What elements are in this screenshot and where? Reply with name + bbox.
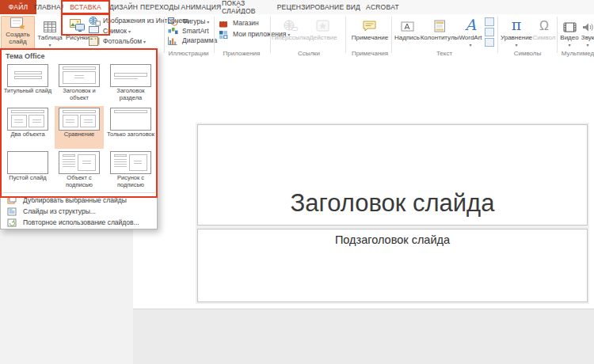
group-label-illustrations: Иллюстрации [165, 50, 212, 57]
dropdown-arrow-icon: ▾ [501, 42, 532, 49]
tab-review[interactable]: РЕЦЕНЗИРОВАНИЕ [279, 0, 342, 14]
group-label-comments: Примечания [347, 50, 393, 57]
table-label: Таблица [37, 34, 62, 41]
hyperlink-label: Гиперссылка [272, 34, 310, 41]
group-label-text: Текст [393, 50, 496, 57]
screenshot-button[interactable]: Снимок ▾ [89, 26, 131, 36]
slide-subtitle-text: Подзаголовок слайда [335, 229, 450, 246]
action-label: Действие [309, 34, 337, 41]
wordart-button[interactable]: A WordArt▾ [458, 16, 483, 49]
group-label-apps: Приложения [215, 50, 268, 57]
object-icon[interactable] [485, 38, 494, 47]
group-divider [391, 17, 392, 53]
group-divider [270, 17, 271, 53]
layout-title-and-content[interactable]: Заголовок и объект [55, 63, 104, 105]
smartart-button[interactable]: SmartArt [168, 26, 209, 36]
table-icon [44, 16, 56, 32]
layout-blank[interactable]: Пустой слайд [3, 150, 52, 192]
ribbon-tab-bar: ФАЙЛ ГЛАВНАЯ ВСТАВКА ДИЗАЙН ПЕРЕХОДЫ АНИ… [0, 0, 594, 14]
dropdown-arrow-icon: ▾ [207, 19, 209, 25]
pictures-button[interactable]: Рисунки [65, 16, 90, 49]
gallery-theme-header: Тема Office [6, 52, 45, 60]
tab-transitions[interactable]: ПЕРЕХОДЫ [139, 0, 181, 14]
shapes-button[interactable]: Фигуры ▾ [168, 17, 209, 26]
date-time-icon[interactable] [485, 17, 494, 26]
layout-picture-with-caption[interactable]: Рисунок с подписью [106, 150, 155, 192]
photo-album-button[interactable]: Фотоальбом ▾ [89, 36, 146, 46]
layout-thumbnail [7, 64, 48, 87]
dropdown-arrow-icon: ▾ [37, 42, 62, 49]
new-slide-gallery-dropdown: Тема Office Титульный слайд Заголовок и … [0, 49, 158, 229]
audio-button[interactable]: Звук▾ [579, 16, 594, 49]
header-footer-icon [434, 16, 446, 32]
text-extra-buttons [485, 17, 494, 47]
online-pictures-icon [89, 16, 101, 26]
header-footer-button[interactable]: Колонтитулы [421, 16, 458, 49]
video-button[interactable]: Видео▾ [560, 16, 579, 49]
comment-button[interactable]: Примечание [350, 16, 390, 49]
layout-two-content[interactable]: Два объекта [3, 106, 52, 149]
tab-insert[interactable]: ВСТАВКА [63, 0, 108, 14]
photo-album-label: Фотоальбом [103, 37, 142, 45]
my-apps-icon [219, 30, 230, 39]
menu-item-reuse-slides[interactable]: Повторное использование слайдов... [1, 217, 157, 228]
symbol-button[interactable]: Ω Символ [532, 16, 556, 49]
layout-section-header[interactable]: Заголовок раздела [106, 63, 155, 105]
text-box-icon [401, 16, 414, 32]
hyperlink-icon [283, 16, 299, 32]
dropdown-arrow-icon: ▾ [128, 28, 131, 34]
symbol-icon: Ω [539, 19, 549, 32]
layout-thumbnail [59, 151, 100, 174]
text-box-label: Надпись [394, 34, 420, 41]
tab-view[interactable]: ВИД [342, 0, 364, 14]
powerpoint-window: ФАЙЛ ГЛАВНАЯ ВСТАВКА ДИЗАЙН ПЕРЕХОДЫ АНИ… [0, 0, 594, 364]
menu-item-duplicate-slides[interactable]: Дублировать выбранные слайды [1, 195, 157, 206]
tab-slideshow[interactable]: ПОКАЗ СЛАЙДОВ [222, 0, 279, 14]
action-button[interactable]: Действие [309, 16, 337, 49]
menu-item-slides-from-outline[interactable]: Слайды из структуры... [1, 206, 157, 217]
equation-icon: π [512, 17, 522, 32]
tab-acrobat[interactable]: ACROBAT [364, 0, 401, 14]
canvas-background [133, 309, 594, 364]
text-box-button[interactable]: Надпись [394, 16, 420, 49]
slide-subtitle-placeholder[interactable]: Подзаголовок слайда [197, 229, 588, 302]
tab-home[interactable]: ГЛАВНАЯ [36, 0, 63, 14]
chart-button[interactable]: Диаграмма [168, 36, 217, 45]
screenshot-icon [89, 26, 101, 36]
layout-content-with-caption[interactable]: Объект с подписью [55, 150, 104, 192]
chart-label: Диаграмма [182, 36, 217, 44]
table-button[interactable]: Таблица▾ [36, 16, 64, 49]
tab-animations[interactable]: АНИМАЦИЯ [181, 0, 222, 14]
layout-title-slide[interactable]: Титульный слайд [3, 63, 52, 105]
audio-icon [582, 16, 594, 32]
layout-thumbnail [110, 151, 151, 174]
chart-icon [168, 36, 180, 45]
duplicate-slides-icon [7, 196, 17, 205]
layout-comparison[interactable]: Сравнение [55, 106, 104, 149]
group-label-media: Мультимедиа [558, 50, 594, 57]
layout-thumbnail [7, 151, 48, 174]
tab-file[interactable]: ФАЙЛ [0, 0, 36, 14]
group-label-links: Ссылки [272, 50, 345, 57]
tab-design[interactable]: ДИЗАЙН [108, 0, 139, 14]
dropdown-arrow-icon: ▾ [560, 42, 578, 49]
shapes-label: Фигуры [182, 17, 205, 25]
slide-number-icon[interactable] [485, 28, 494, 36]
layout-thumbnail [110, 64, 151, 87]
store-button[interactable]: Магазин [219, 18, 259, 28]
slide-canvas: Заголовок слайда Подзаголовок слайда [133, 74, 594, 364]
layout-title-only[interactable]: Только заголовок [106, 106, 155, 149]
group-divider [557, 17, 558, 53]
menu-separator [2, 192, 155, 193]
hyperlink-button[interactable]: Гиперссылка [274, 16, 307, 49]
screenshot-label: Снимок [103, 27, 127, 35]
pictures-icon [70, 16, 86, 32]
new-slide-button[interactable]: Создать слайд▾ [1, 16, 35, 51]
equation-button[interactable]: π Уравнение▾ [501, 16, 532, 49]
wordart-label: WordArt [459, 34, 482, 41]
dropdown-arrow-icon: ▾ [581, 42, 594, 49]
slide-title-placeholder[interactable]: Заголовок слайда [197, 124, 588, 226]
group-divider [345, 17, 346, 53]
group-divider [497, 17, 498, 53]
group-label-symbols: Символы [499, 50, 556, 57]
